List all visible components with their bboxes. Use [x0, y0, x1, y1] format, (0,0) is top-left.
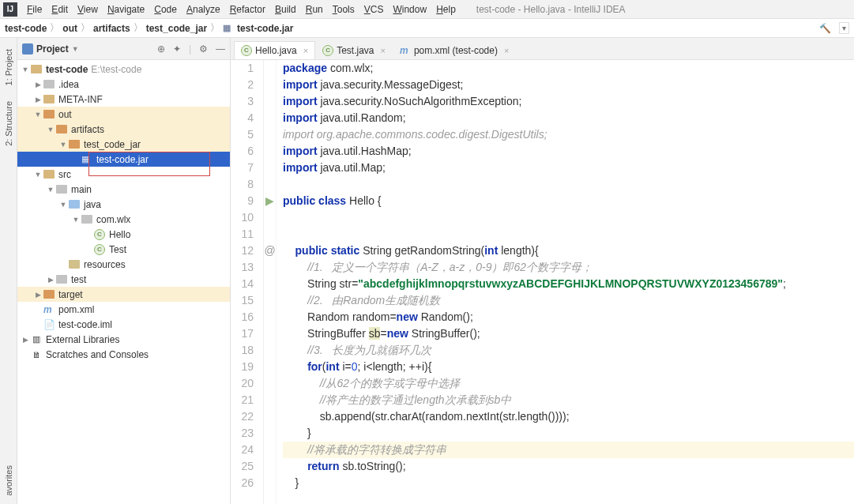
chevron-right-icon: 〉 — [81, 21, 90, 35]
tree-node-resources[interactable]: resources — [17, 257, 230, 272]
chevron-right-icon: 〉 — [50, 21, 59, 35]
menu-build[interactable]: Build — [270, 2, 301, 17]
menu-edit[interactable]: Edit — [47, 2, 73, 17]
crumb-artifacts[interactable]: artifacts — [93, 23, 130, 34]
editor-body[interactable]: 1234567891011121314151617181920212223242… — [231, 60, 854, 504]
menu-code[interactable]: Code — [149, 2, 182, 17]
menu-file[interactable]: File — [22, 2, 47, 17]
gear-icon[interactable]: ⚙ — [199, 43, 208, 55]
app-logo-icon: IJ — [3, 2, 17, 17]
nav-bar: test-code〉out〉artifacts〉test_code_jar〉▦ … — [0, 19, 854, 38]
menu-bar: IJ FileEditViewNavigateCodeAnalyzeRefact… — [0, 0, 854, 19]
tree-node-comwlx[interactable]: ▼com.wlx — [17, 212, 230, 227]
editor-tabs: CHello.java×CTest.java×mpom.xml (test-co… — [231, 38, 854, 60]
editor-area: CHello.java×CTest.java×mpom.xml (test-co… — [231, 38, 854, 504]
locate-icon[interactable]: ⊕ — [157, 43, 165, 55]
close-icon[interactable]: × — [504, 46, 509, 55]
tree-node-java[interactable]: ▼java — [17, 197, 230, 212]
tree-node-external-libs[interactable]: ▶▥External Libraries — [17, 332, 230, 347]
tree-node-hello[interactable]: CHello — [17, 227, 230, 242]
code-content[interactable]: package com.wlx;import java.security.Mes… — [277, 60, 854, 504]
tree-node-idea[interactable]: ▶.idea — [17, 77, 230, 92]
tab-Test.java[interactable]: CTest.java× — [315, 41, 393, 59]
iml-icon: 📄 — [43, 319, 55, 330]
menu-run[interactable]: Run — [301, 2, 328, 17]
menu-tools[interactable]: Tools — [328, 2, 359, 17]
gutter-marks: ▶@ — [264, 60, 277, 504]
chevron-right-icon: 〉 — [210, 21, 220, 35]
scratches-icon: 🗎 — [30, 349, 43, 360]
tab-favorites[interactable]: avorites — [2, 457, 15, 504]
menu-navigate[interactable]: Navigate — [103, 2, 149, 17]
menu-vcs[interactable]: VCS — [359, 2, 389, 17]
tree-node-main[interactable]: ▼main — [17, 182, 230, 197]
project-panel-label: Project — [36, 43, 69, 55]
build-icon[interactable]: 🔨 — [819, 23, 831, 34]
window-title: test-code - Hello.java - IntelliJ IDEA — [476, 4, 626, 15]
project-panel-header: Project ▼ ⊕ ✦ | ⚙ — — [17, 38, 230, 60]
tree-node-test-dir[interactable]: ▶test — [17, 272, 230, 287]
project-tree: ▼ test-codeE:\test-code ▶.idea ▶META-INF… — [17, 60, 230, 504]
tab-project[interactable]: 1: Project — [2, 41, 15, 93]
tree-node-target[interactable]: ▶target — [17, 287, 230, 302]
tab-Hello.java[interactable]: CHello.java× — [234, 41, 315, 59]
menu-window[interactable]: Window — [388, 2, 431, 17]
left-tool-strip: 1: Project 2: Structure avorites — [0, 38, 17, 504]
menu-refactor[interactable]: Refactor — [225, 2, 270, 17]
tree-node-testcodejar-dir[interactable]: ▼test_code_jar — [17, 137, 230, 152]
menu-help[interactable]: Help — [431, 2, 461, 17]
tree-node-iml[interactable]: 📄test-code.iml — [17, 317, 230, 332]
menu-view[interactable]: View — [73, 2, 103, 17]
project-panel: Project ▼ ⊕ ✦ | ⚙ — ▼ test-codeE:\test-c… — [17, 38, 231, 504]
tree-node-test[interactable]: CTest — [17, 242, 230, 257]
tree-node-pom[interactable]: mpom.xml — [17, 302, 230, 317]
line-number-gutter: 1234567891011121314151617181920212223242… — [231, 60, 264, 504]
close-icon[interactable]: × — [381, 46, 386, 55]
breadcrumb: test-code〉out〉artifacts〉test_code_jar〉▦ … — [5, 21, 293, 35]
highlight-box — [88, 152, 210, 176]
crumb-test_code_jar[interactable]: test_code_jar — [146, 23, 207, 34]
tree-node-artifacts[interactable]: ▼artifacts — [17, 122, 230, 137]
crumb-out[interactable]: out — [62, 23, 77, 34]
dropdown-icon[interactable]: ▾ — [839, 22, 849, 34]
tree-node-out[interactable]: ▼out — [17, 107, 230, 122]
hide-icon[interactable]: — — [216, 43, 225, 55]
tree-node-metainf[interactable]: ▶META-INF — [17, 92, 230, 107]
tree-node-root[interactable]: ▼ test-codeE:\test-code — [17, 62, 230, 77]
close-icon[interactable]: × — [303, 46, 308, 55]
project-view-icon — [22, 43, 33, 55]
expand-icon[interactable]: ✦ — [173, 43, 181, 55]
tab-pom.xml (test-code)[interactable]: mpom.xml (test-code)× — [393, 41, 516, 59]
nav-tools: 🔨 ▾ — [819, 22, 849, 34]
tree-node-scratches[interactable]: 🗎Scratches and Consoles — [17, 347, 230, 362]
chevron-down-icon[interactable]: ▼ — [72, 45, 79, 53]
chevron-right-icon: 〉 — [134, 21, 143, 35]
tab-structure[interactable]: 2: Structure — [2, 93, 15, 154]
crumb-test-code[interactable]: test-code — [5, 23, 47, 34]
library-icon: ▥ — [30, 334, 43, 345]
crumb-test-code.jar[interactable]: ▦ test-code.jar — [223, 23, 293, 34]
menu-analyze[interactable]: Analyze — [182, 2, 225, 17]
